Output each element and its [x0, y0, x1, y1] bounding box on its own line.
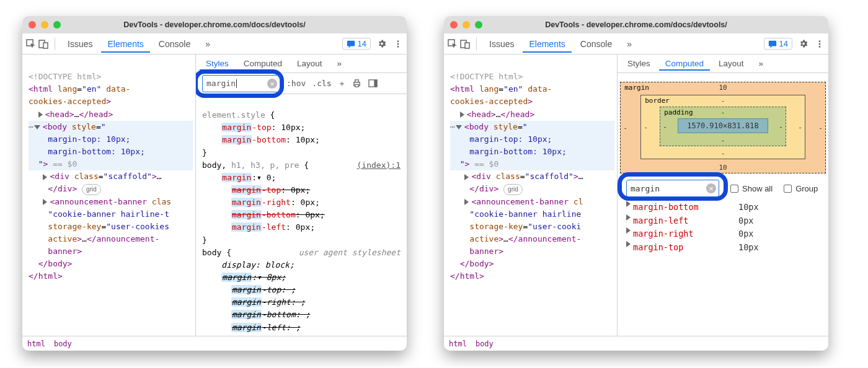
svg-point-4 — [397, 40, 399, 42]
kebab-icon[interactable] — [815, 39, 825, 49]
subtab-layout[interactable]: Layout — [291, 56, 329, 71]
svg-rect-8 — [355, 80, 359, 82]
svg-rect-2 — [43, 43, 48, 48]
subtab-computed[interactable]: Computed — [659, 56, 710, 71]
subtab-computed[interactable]: Computed — [237, 56, 288, 71]
tab-more-icon[interactable]: » — [621, 35, 638, 53]
grid-badge[interactable]: grid — [503, 184, 523, 195]
breadcrumb[interactable]: html body — [444, 336, 828, 351]
panel-toggle-icon[interactable] — [368, 79, 378, 89]
styles-rules[interactable]: element.style { margin-top: 10px; margin… — [196, 94, 407, 336]
computed-property-list[interactable]: margin-bottom10px margin-left0px margin-… — [618, 201, 828, 259]
minimize-icon[interactable] — [463, 21, 470, 28]
device-icon[interactable] — [38, 39, 48, 49]
gear-icon[interactable] — [799, 39, 808, 49]
devtools-window-computed: DevTools - developer.chrome.com/docs/dev… — [444, 16, 828, 351]
svg-point-17 — [819, 43, 821, 45]
computed-row: margin-right0px — [626, 227, 820, 241]
user-agent-label: user agent stylesheet — [299, 247, 401, 259]
window-title: DevTools - developer.chrome.com/docs/dev… — [545, 20, 727, 29]
subtab-layout[interactable]: Layout — [712, 56, 750, 71]
subtab-more-icon[interactable]: » — [753, 56, 770, 71]
svg-point-18 — [819, 45, 821, 47]
messages-count: 14 — [779, 39, 788, 48]
dom-tree[interactable]: <!DOCTYPE html> <html lang="en" data- co… — [22, 55, 196, 336]
svg-rect-11 — [374, 80, 378, 87]
gear-icon[interactable] — [377, 39, 387, 49]
hov-toggle[interactable]: :hov — [286, 79, 306, 88]
zoom-icon[interactable] — [475, 21, 482, 28]
close-icon[interactable] — [450, 21, 458, 28]
box-model-content: 1570.910×831.818 — [678, 118, 768, 133]
clear-icon[interactable]: ✕ — [706, 183, 716, 193]
main-toolbar: Issues Elements Console » 14 — [444, 33, 828, 55]
new-rule-icon[interactable]: ＋ — [338, 78, 346, 89]
window-title: DevTools - developer.chrome.com/docs/dev… — [123, 20, 306, 29]
dom-tree[interactable]: <!DOCTYPE html> <html lang="en" data- co… — [444, 55, 618, 336]
tab-elements[interactable]: Elements — [523, 35, 571, 53]
kebab-icon[interactable] — [393, 39, 403, 49]
subtab-more-icon[interactable]: » — [331, 56, 348, 71]
crumb-body[interactable]: body — [54, 340, 72, 348]
print-icon[interactable] — [352, 79, 362, 89]
svg-rect-9 — [355, 84, 359, 87]
computed-row: margin-top10px — [626, 241, 820, 255]
svg-point-5 — [397, 43, 399, 45]
svg-rect-15 — [768, 40, 776, 46]
group-checkbox[interactable]: Group — [784, 184, 818, 193]
tab-issues[interactable]: Issues — [483, 35, 520, 53]
svg-point-6 — [397, 45, 399, 47]
tab-console[interactable]: Console — [574, 35, 618, 53]
styles-filter-input[interactable]: margin ✕ — [202, 75, 280, 92]
inspect-icon[interactable] — [26, 39, 36, 49]
tab-console[interactable]: Console — [153, 35, 197, 53]
cls-toggle[interactable]: .cls — [312, 79, 331, 88]
crumb-html[interactable]: html — [449, 340, 467, 348]
show-all-checkbox[interactable]: Show all — [730, 184, 773, 193]
main-toolbar: Issues Elements Console » 14 — [22, 33, 407, 55]
inspect-icon[interactable] — [448, 39, 458, 49]
crumb-html[interactable]: html — [27, 340, 45, 348]
subtab-styles[interactable]: Styles — [621, 56, 657, 71]
subtab-styles[interactable]: Styles — [200, 56, 235, 71]
tab-elements[interactable]: Elements — [101, 35, 149, 53]
rule-source[interactable]: (index):1 — [357, 159, 401, 172]
messages-pill[interactable]: 14 — [764, 38, 792, 50]
device-icon[interactable] — [460, 39, 470, 49]
grid-badge[interactable]: grid — [82, 184, 101, 195]
clear-icon[interactable]: ✕ — [267, 79, 277, 89]
computed-filter-input[interactable]: margin ✕ — [626, 180, 719, 197]
devtools-window-styles: DevTools - developer.chrome.com/docs/dev… — [22, 16, 407, 351]
box-model[interactable]: margin 10 10 - - border - - - - paddin — [618, 73, 828, 177]
titlebar: DevTools - developer.chrome.com/docs/dev… — [444, 16, 828, 33]
messages-count: 14 — [358, 39, 366, 48]
breadcrumb[interactable]: html body — [22, 336, 407, 351]
dom-doctype: <!DOCTYPE html> — [29, 72, 101, 81]
svg-rect-14 — [465, 43, 469, 48]
svg-point-16 — [819, 40, 821, 42]
close-icon[interactable] — [29, 21, 36, 28]
zoom-icon[interactable] — [53, 21, 61, 28]
computed-row: margin-bottom10px — [626, 201, 820, 214]
titlebar: DevTools - developer.chrome.com/docs/dev… — [22, 16, 407, 33]
messages-pill[interactable]: 14 — [342, 38, 371, 50]
crumb-body[interactable]: body — [476, 340, 494, 348]
tab-issues[interactable]: Issues — [61, 35, 99, 53]
filter-value: margin — [631, 184, 660, 193]
tab-more-icon[interactable]: » — [199, 35, 216, 53]
filter-value: margin — [206, 79, 236, 88]
computed-row: margin-left0px — [626, 214, 820, 228]
svg-rect-3 — [347, 40, 354, 46]
minimize-icon[interactable] — [41, 21, 48, 28]
